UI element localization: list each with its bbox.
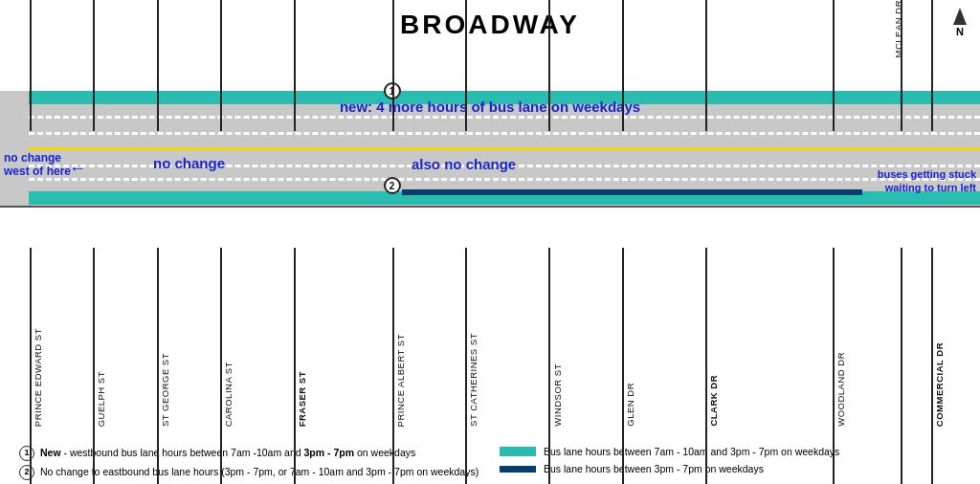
street-label-carolina-st: CAROLINA ST [223, 362, 234, 427]
street-line-below-clark-dr [705, 248, 707, 484]
legend-right: Bus lane hours between 7am - 10am and 3p… [500, 446, 961, 480]
legend-swatch-teal [500, 447, 536, 456]
arrow-left-icon: ← [69, 159, 86, 179]
legend-new-rest2: on weekdays [357, 447, 415, 458]
street-line-guelph-st [93, 0, 95, 131]
street-line-clark-dr [705, 0, 707, 131]
legend-left: 1 New - westbound bus lane hours between… [19, 446, 480, 480]
annotation-no-change-west: no changewest of here [4, 151, 71, 179]
street-label-prince-albert-st: PRINCE ALBERT ST [395, 334, 406, 427]
street-line-prince-edward-st [30, 0, 32, 131]
street-line-carolina-st [220, 0, 222, 131]
road-border-bottom [0, 206, 980, 208]
legend-new-bold: New [40, 447, 61, 458]
street-line-below-prince-edward-st [30, 248, 32, 484]
legend-navy-item: Bus lane hours between 3pm - 7pm on week… [500, 463, 961, 474]
street-label-glen-dr: GLEN DR [625, 383, 635, 427]
street-line-below-fraser-st [294, 248, 296, 484]
legend-text-2: No change to eastbound bus lane hours (3… [40, 465, 479, 480]
street-label-guelph-st: GUELPH ST [96, 371, 106, 427]
legend-teal-item: Bus lane hours between 7am - 10am and 3p… [500, 446, 961, 457]
street-line-fraser-st [294, 0, 296, 131]
legend: 1 New - westbound bus lane hours between… [19, 446, 961, 480]
street-label-fraser-st: FRASER ST [297, 371, 307, 427]
bus-lane-eastbound-navy [402, 189, 862, 195]
legend-new-rest: - westbound bus lane hours between 7am -… [64, 447, 304, 458]
dash-line-1 [29, 116, 980, 119]
street-line-st-george-st [157, 0, 159, 131]
annotation-new-bus-lane: new: 4 more hours of bus lane on weekday… [340, 99, 640, 115]
legend-navy-text: Bus lane hours between 3pm - 7pm on week… [544, 463, 764, 474]
legend-new-bold2: 3pm - 7pm [304, 447, 355, 458]
legend-text-1: New - westbound bus lane hours between 7… [40, 446, 415, 461]
street-line-windsor-st [548, 0, 550, 131]
annotation-also-no-change: also no change [412, 156, 516, 172]
street-label-st-catherines-st: ST CATHERINES ST [468, 333, 479, 427]
street-line-glen-dr [622, 0, 624, 131]
center-yellow-line [29, 147, 980, 150]
annotation-buses-stuck: buses getting stuckwaiting to turn left [878, 167, 976, 195]
street-line-below-prince-albert-st [392, 248, 394, 484]
north-arrow: N [953, 8, 967, 37]
legend-item-1: 1 New - westbound bus lane hours between… [19, 446, 480, 461]
dash-line-2 [29, 132, 980, 135]
marker-2: 2 [384, 177, 401, 194]
north-label: N [956, 26, 964, 37]
street-label-woodland-dr: WOODLAND DR [835, 352, 846, 427]
legend-swatch-navy [500, 466, 536, 473]
legend-marker-2: 2 [19, 465, 34, 480]
north-arrow-triangle [953, 8, 967, 25]
street-line-mclean-below [901, 248, 902, 484]
street-label-windsor-st: WINDSOR ST [552, 363, 563, 427]
street-line-st-catherines-st [465, 0, 467, 131]
street-line-below-windsor-st [548, 248, 550, 484]
street-label-clark-dr: CLARK DR [708, 375, 719, 427]
street-line-mclean [901, 0, 902, 131]
street-line-woodland-dr [833, 0, 835, 131]
street-line-prince-albert-st [392, 0, 394, 131]
street-label-prince-edward-st: PRINCE EDWARD ST [33, 328, 43, 427]
street-line-below-guelph-st [93, 248, 95, 484]
legend-teal-text: Bus lane hours between 7am - 10am and 3p… [544, 446, 839, 457]
street-line-below-st-george-st [157, 248, 159, 484]
street-label-commercial-dr: COMMERCIAL DR [934, 342, 945, 427]
street-label-st-george-st: ST GEORGE ST [160, 353, 170, 427]
legend-marker-1: 1 [19, 446, 34, 461]
street-line-commercial-dr [931, 0, 933, 131]
street-line-below-commercial-dr [931, 248, 933, 484]
legend-item-2: 2 No change to eastbound bus lane hours … [19, 465, 480, 480]
dash-line-4 [29, 178, 980, 181]
annotation-no-change: no change [153, 155, 225, 171]
street-line-below-glen-dr [622, 248, 624, 484]
